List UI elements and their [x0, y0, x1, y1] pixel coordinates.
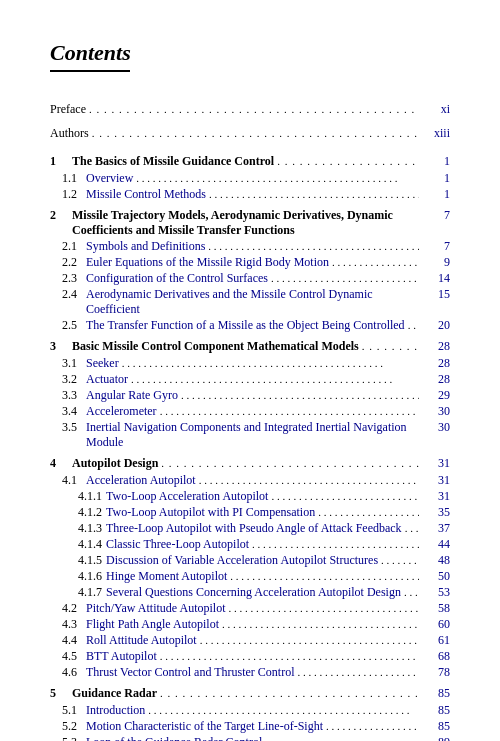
subsection-page-5.2: 85	[422, 719, 450, 734]
subsubsection-num-4.1.6: 4.1.6	[50, 569, 102, 584]
subsection-page-4.2: 58	[422, 601, 450, 616]
subsection-title-3.2: Actuator	[86, 372, 128, 387]
subsection-2.3: 2.3Configuration of the Control Surfaces…	[50, 271, 450, 286]
subsection-4.5: 4.5BTT Autopilot . . . . . . . . . . . .…	[50, 649, 450, 664]
subsubsection-page-4.1.1: 31	[422, 489, 450, 504]
subsection-title-1.2: Missile Control Methods	[86, 187, 206, 202]
subsection-1.2: 1.2Missile Control Methods . . . . . . .…	[50, 187, 450, 202]
authors-row: Authors xiii	[50, 126, 450, 142]
subsection-page-4.5: 68	[422, 649, 450, 664]
subsection-row-3.3: 3.3Angular Rate Gyro . . . . . . . . . .…	[50, 388, 450, 403]
subsection-filler-4.1: . . . . . . . . . . . . . . . . . . . . …	[199, 474, 419, 486]
subsection-title-5.3: Loop of the Guidance Radar Control	[86, 735, 262, 741]
section-row-5: 5Guidance Radar85	[50, 686, 450, 702]
subsection-num-5.2: 5.2	[50, 719, 82, 734]
subsection-row-1.1: 1.1Overview . . . . . . . . . . . . . . …	[50, 171, 450, 186]
subsection-title-4.5: BTT Autopilot	[86, 649, 157, 664]
subsection-2.1: 2.1Symbols and Definitions . . . . . . .…	[50, 239, 450, 254]
section-page-2: 7	[432, 208, 450, 223]
subsection-num-4.3: 4.3	[50, 617, 82, 632]
subsection-num-1.2: 1.2	[50, 187, 82, 202]
subsection-filler-4.2: . . . . . . . . . . . . . . . . . . . . …	[228, 602, 419, 614]
section-page-4: 31	[422, 456, 450, 471]
subsection-title-5.2: Motion Characteristic of the Target Line…	[86, 719, 323, 734]
section-title-5: Guidance Radar	[72, 686, 157, 701]
subsection-page-5.1: 85	[422, 703, 450, 718]
subsection-3.5: 3.5Inertial Navigation Components and In…	[50, 420, 450, 450]
subsubsection-filler-4.1.7: . . . . . . . . . . . . . . . . . . . . …	[404, 586, 419, 598]
authors-page: xiii	[422, 126, 450, 141]
subsection-num-5.3: 5.3	[50, 735, 82, 741]
subsubsection-page-4.1.7: 53	[422, 585, 450, 600]
subsection-2.4: 2.4Aerodynamic Derivatives and the Missi…	[50, 287, 450, 317]
subsubsection-4.1.7: 4.1.7Several Questions Concerning Accele…	[50, 585, 450, 600]
subsection-num-2.3: 2.3	[50, 271, 82, 286]
subsection-row-4.4: 4.4Roll Attitude Autopilot . . . . . . .…	[50, 633, 450, 648]
subsection-filler-2.5: . . . . . . . . . . . . . . . . . . . . …	[408, 319, 419, 331]
contents-title: Contents	[50, 40, 450, 66]
subsubsection-title-4.1.3: Three-Loop Autopilot with Pseudo Angle o…	[106, 521, 402, 536]
subsection-filler-5.2: . . . . . . . . . . . . . . . . . . . . …	[326, 720, 419, 732]
subsubsection-num-4.1.3: 4.1.3	[50, 521, 102, 536]
subsection-title-2.2: Euler Equations of the Missile Rigid Bod…	[86, 255, 329, 270]
subsubsection-row-4.1.2: 4.1.2Two-Loop Autopilot with PI Compensa…	[50, 505, 450, 520]
subsubsection-row-4.1.4: 4.1.4Classic Three-Loop Autopilot . . . …	[50, 537, 450, 552]
subsection-num-1.1: 1.1	[50, 171, 82, 186]
subsection-title-3.5: Inertial Navigation Components and Integ…	[86, 420, 418, 450]
section-2: 2Missile Trajectory Models, Aerodynamic …	[50, 208, 450, 238]
subsection-4.6: 4.6Thrust Vector Control and Thruster Co…	[50, 665, 450, 680]
subsubsection-num-4.1.4: 4.1.4	[50, 537, 102, 552]
section-3: 3Basic Missile Control Component Mathema…	[50, 339, 450, 355]
preface-label: Preface	[50, 102, 86, 117]
subsection-num-3.4: 3.4	[50, 404, 82, 419]
authors-label: Authors	[50, 126, 89, 141]
subsection-filler-2.2: . . . . . . . . . . . . . . . . . . . . …	[332, 256, 419, 268]
subsection-num-2.4: 2.4	[50, 287, 82, 302]
subsection-num-2.1: 2.1	[50, 239, 82, 254]
subsubsection-num-4.1.1: 4.1.1	[50, 489, 102, 504]
section-num-3: 3	[50, 339, 66, 354]
subsection-page-3.3: 29	[422, 388, 450, 403]
subsection-row-4.2: 4.2Pitch/Yaw Attitude Autopilot . . . . …	[50, 601, 450, 616]
subsection-num-3.5: 3.5	[50, 420, 82, 435]
subsection-3.3: 3.3Angular Rate Gyro . . . . . . . . . .…	[50, 388, 450, 403]
subsection-title-2.4: Aerodynamic Derivatives and the Missile …	[86, 287, 417, 317]
subsubsection-filler-4.1.2: . . . . . . . . . . . . . . . . . . . . …	[318, 506, 419, 518]
subsection-num-4.6: 4.6	[50, 665, 82, 680]
section-filler-4	[161, 456, 419, 472]
subsubsection-row-4.1.1: 4.1.1Two-Loop Acceleration Autopilot . .…	[50, 489, 450, 504]
subsection-3.2: 3.2Actuator . . . . . . . . . . . . . . …	[50, 372, 450, 387]
subsection-page-4.1: 31	[422, 473, 450, 488]
subsection-title-4.1: Acceleration Autopilot	[86, 473, 196, 488]
subsubsection-filler-4.1.6: . . . . . . . . . . . . . . . . . . . . …	[230, 570, 419, 582]
subsection-row-3.2: 3.2Actuator . . . . . . . . . . . . . . …	[50, 372, 450, 387]
subsection-filler-4.6: . . . . . . . . . . . . . . . . . . . . …	[298, 666, 419, 678]
subsection-filler-5.3: . . . . . . . . . . . . . . . . . . . . …	[265, 736, 419, 741]
subsubsection-title-4.1.7: Several Questions Concerning Acceleratio…	[106, 585, 401, 600]
subsubsection-row-4.1.7: 4.1.7Several Questions Concerning Accele…	[50, 585, 450, 600]
subsection-page-4.3: 60	[422, 617, 450, 632]
authors-dots	[92, 126, 419, 142]
section-title-2: Missile Trajectory Models, Aerodynamic D…	[72, 208, 426, 238]
subsubsection-row-4.1.6: 4.1.6Hinge Moment Autopilot . . . . . . …	[50, 569, 450, 584]
subsection-filler-4.3: . . . . . . . . . . . . . . . . . . . . …	[222, 618, 419, 630]
subsection-num-3.2: 3.2	[50, 372, 82, 387]
subsection-page-3.2: 28	[422, 372, 450, 387]
subsection-row-5.1: 5.1Introduction . . . . . . . . . . . . …	[50, 703, 450, 718]
subsection-num-4.5: 4.5	[50, 649, 82, 664]
section-filler-5	[160, 686, 419, 702]
subsection-title-1.1: Overview	[86, 171, 133, 186]
subsection-page-1.1: 1	[422, 171, 450, 186]
section-row-3: 3Basic Missile Control Component Mathema…	[50, 339, 450, 355]
subsection-row-2.3: 2.3Configuration of the Control Surfaces…	[50, 271, 450, 286]
section-num-5: 5	[50, 686, 66, 701]
subsection-5.3: 5.3Loop of the Guidance Radar Control . …	[50, 735, 450, 741]
subsection-title-4.2: Pitch/Yaw Attitude Autopilot	[86, 601, 225, 616]
subsubsection-page-4.1.3: 37	[422, 521, 450, 536]
subsection-num-4.4: 4.4	[50, 633, 82, 648]
title-underline	[50, 70, 130, 72]
subsubsection-filler-4.1.4: . . . . . . . . . . . . . . . . . . . . …	[252, 538, 419, 550]
section-4: 4Autopilot Design31	[50, 456, 450, 472]
subsubsection-title-4.1.2: Two-Loop Autopilot with PI Compensation	[106, 505, 315, 520]
subsection-3.4: 3.4Accelerometer . . . . . . . . . . . .…	[50, 404, 450, 419]
